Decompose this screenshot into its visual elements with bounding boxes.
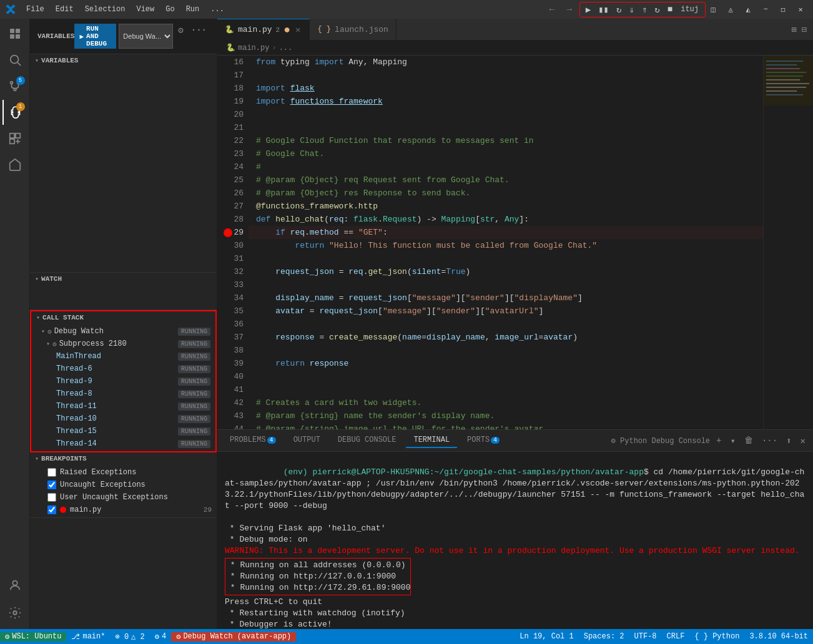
- status-tasks[interactable]: ⚙ 4: [150, 632, 171, 642]
- bp-mainpy[interactable]: main.py 29: [30, 504, 217, 516]
- callstack-frame-thread15[interactable]: Thread-15 RUNNING: [31, 425, 215, 437]
- tab-debug-console[interactable]: DEBUG CONSOLE: [330, 433, 404, 448]
- breakpoints-header[interactable]: ▾ BREAKPOINTS: [30, 452, 217, 465]
- window-panels-button[interactable]: ◫: [706, 2, 721, 16]
- tab-terminal[interactable]: TERMINAL: [406, 433, 457, 448]
- menu-edit[interactable]: Edit: [51, 4, 79, 15]
- line-num-30: 30: [222, 239, 244, 252]
- bp-raised-checkbox[interactable]: [47, 468, 56, 477]
- activity-source-control[interactable]: 5: [2, 74, 27, 99]
- menu-selection[interactable]: Selection: [80, 4, 131, 15]
- status-encoding[interactable]: UTF-8: [629, 632, 662, 641]
- settings-gear-icon[interactable]: ⚙: [175, 24, 185, 49]
- tab-mainpy[interactable]: 🐍 main.py 2 ● ✕: [217, 19, 310, 40]
- status-position[interactable]: Ln 19, Col 1: [515, 632, 578, 641]
- callstack-header[interactable]: ▾ CALL STACK: [31, 311, 215, 324]
- svg-rect-0: [10, 29, 14, 33]
- variables-header[interactable]: ▾ VARIABLES: [30, 54, 217, 67]
- back-button[interactable]: ←: [544, 2, 559, 16]
- window-split-button[interactable]: ◭: [741, 2, 756, 16]
- activity-search[interactable]: [2, 47, 27, 72]
- terminal-more-icon[interactable]: ···: [759, 434, 780, 447]
- status-errors[interactable]: ⊗ 0 △ 2: [110, 632, 149, 642]
- status-interpreter-label: 3.8.10 64-bit: [749, 632, 808, 641]
- forward-button[interactable]: →: [562, 2, 577, 16]
- callstack-frame-thread8[interactable]: Thread-8 RUNNING: [31, 388, 215, 400]
- debug-stepout-button[interactable]: ⇑: [640, 4, 649, 16]
- activity-extensions[interactable]: [2, 126, 27, 151]
- split-editor-button[interactable]: ⊞: [790, 23, 797, 36]
- debug-stop-button[interactable]: ■: [666, 4, 674, 15]
- callstack-frame-thread6[interactable]: Thread-6 RUNNING: [31, 363, 215, 375]
- menu-file[interactable]: File: [21, 4, 49, 15]
- debug-stepover-button[interactable]: ↻: [614, 4, 623, 16]
- callstack-frame-mainthread[interactable]: MainThread RUNNING: [31, 350, 215, 363]
- callstack-frame-thread11[interactable]: Thread-11 RUNNING: [31, 400, 215, 412]
- bp-user-uncaught-checkbox[interactable]: [47, 493, 56, 502]
- window-maximize[interactable]: ◻: [776, 2, 791, 16]
- debug-restart-button[interactable]: ↻: [653, 4, 661, 16]
- code-line-25: # @param {Object} req Request sent from …: [249, 173, 763, 187]
- callstack-frame-thread10[interactable]: Thread-10 RUNNING: [31, 412, 215, 425]
- debug-continue-button[interactable]: ▶: [584, 4, 593, 16]
- window-close[interactable]: ✕: [793, 2, 808, 16]
- frame-label: Thread-6: [56, 364, 92, 373]
- terminal-content[interactable]: (env) pierrick@LAPTOP-HKU5PNNG:~/git/goo…: [217, 452, 813, 629]
- terminal-dropdown-icon[interactable]: ▾: [727, 434, 737, 447]
- watch-header[interactable]: ▾ WATCH: [30, 273, 217, 285]
- tab-ports[interactable]: PORTS4: [460, 433, 507, 448]
- terminal-maximize-icon[interactable]: ⬆: [784, 434, 794, 447]
- callstack-frame-thread9[interactable]: Thread-9 RUNNING: [31, 375, 215, 388]
- status-eol[interactable]: CRLF: [662, 632, 690, 641]
- callstack-frame-thread14[interactable]: Thread-14 RUNNING: [31, 437, 215, 450]
- bp-user-uncaught-exceptions[interactable]: User Uncaught Exceptions: [30, 491, 217, 504]
- status-branch[interactable]: ⎇ main*: [66, 632, 110, 642]
- menu-run[interactable]: Run: [181, 4, 205, 15]
- code-content[interactable]: from typing import Any, Mapping import f…: [249, 56, 763, 429]
- run-debug-button[interactable]: ▶ RUN AND DEBUG: [74, 24, 116, 49]
- debug-config-select[interactable]: Debug Wa...: [119, 24, 173, 49]
- bp-uncaught-exceptions[interactable]: Uncaught Exceptions: [30, 479, 217, 491]
- svg-rect-3: [16, 34, 20, 39]
- tab-problems[interactable]: PROBLEMS4: [222, 433, 283, 448]
- debug-pause-button[interactable]: ▮▮: [596, 4, 611, 16]
- menu-view[interactable]: View: [131, 4, 159, 15]
- menu-more[interactable]: ...: [205, 4, 229, 15]
- callstack-thread-subprocess[interactable]: ▾ ⚙ Subprocess 2180 RUNNING: [31, 338, 215, 350]
- sidebar: VARIABLES ▶ RUN AND DEBUG Debug Wa... ⚙ …: [30, 19, 217, 629]
- status-debug[interactable]: ⚙ Debug Watch (avatar-app): [171, 632, 296, 642]
- more-actions-icon[interactable]: ···: [189, 24, 209, 49]
- bp-uncaught-checkbox[interactable]: [47, 481, 56, 489]
- debug-icon: ⚙: [176, 632, 180, 642]
- window-layout-button[interactable]: ◬: [723, 2, 738, 16]
- status-eol-label: CRLF: [667, 632, 685, 641]
- breadcrumb-filename[interactable]: main.py: [238, 44, 269, 52]
- tab-launchjson[interactable]: { } launch.json: [310, 19, 396, 40]
- tab-close-mainpy[interactable]: ✕: [294, 24, 302, 35]
- terminal-close-icon[interactable]: ✕: [798, 434, 808, 447]
- frame-label: MainThread: [56, 352, 101, 361]
- menu-bar: File Edit Selection View Go Run ...: [21, 4, 229, 15]
- menu-go[interactable]: Go: [160, 4, 179, 15]
- activity-remote[interactable]: [2, 152, 27, 177]
- terminal-trash-icon[interactable]: 🗑: [742, 434, 756, 447]
- breadcrumb-path[interactable]: ...: [279, 44, 293, 52]
- activity-debug[interactable]: 1: [2, 100, 27, 125]
- status-interpreter[interactable]: 3.8.10 64-bit: [744, 632, 813, 641]
- activity-explorer[interactable]: [2, 21, 27, 46]
- code-line-37: response = create_message(name=display_n…: [249, 331, 763, 344]
- bp-raised-exceptions[interactable]: Raised Exceptions: [30, 466, 217, 479]
- status-remote[interactable]: ⚙ WSL: Ubuntu: [0, 632, 66, 642]
- status-language[interactable]: { } Python: [689, 632, 744, 641]
- line-num-39: 39: [222, 357, 244, 370]
- activity-account[interactable]: [2, 573, 27, 598]
- tab-output[interactable]: OUTPUT: [286, 433, 328, 448]
- bp-mainpy-checkbox[interactable]: [47, 505, 56, 514]
- callstack-group-debug-watch[interactable]: ▾ ⚙ Debug Watch RUNNING: [31, 325, 215, 338]
- window-minimize[interactable]: −: [758, 2, 773, 16]
- debug-stepin-button[interactable]: ⇓: [627, 4, 636, 16]
- new-terminal-button[interactable]: +: [714, 434, 724, 447]
- status-spaces[interactable]: Spaces: 2: [579, 632, 629, 641]
- activity-settings[interactable]: [2, 600, 27, 625]
- toggle-panel-button[interactable]: ⊟: [801, 23, 808, 36]
